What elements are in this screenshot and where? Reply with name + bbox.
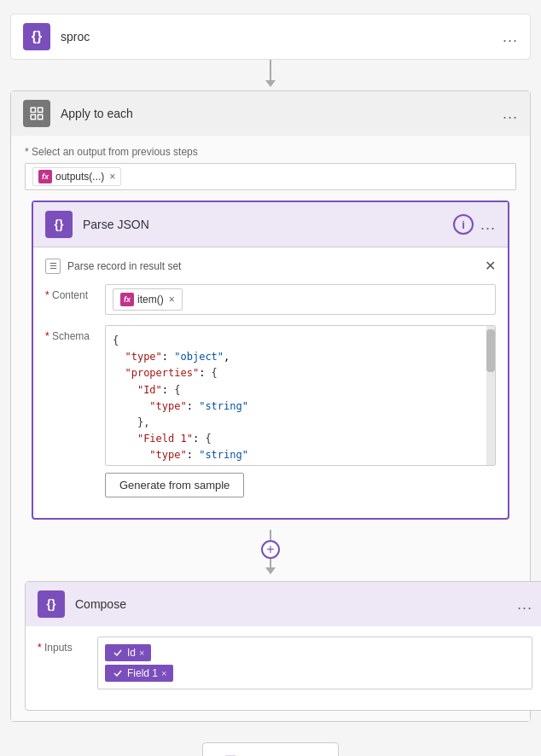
compose-title: Compose	[75, 597, 517, 611]
apply-icon	[23, 100, 50, 127]
sproc-menu[interactable]: ...	[503, 28, 518, 46]
add-action-section: Add an action	[202, 742, 339, 756]
generate-from-sample-button[interactable]: Generate from sample	[105, 473, 244, 497]
output-tag-input[interactable]: fx outputs(...) ×	[25, 163, 516, 190]
parse-json-card: {} Parse JSON i ... ☰ Parse record in re…	[32, 201, 509, 520]
compose-icon: {}	[38, 590, 65, 618]
apply-body: * Select an output from previous steps f…	[11, 136, 530, 721]
svg-rect-3	[38, 115, 43, 119]
fx-content-icon: fx	[120, 293, 134, 306]
schema-row: * Schema { "type": "object", "properties…	[45, 325, 496, 497]
id-tag-icon	[112, 647, 124, 659]
parse-json-body: ☰ Parse record in result set ✕ * Content	[33, 247, 508, 518]
parse-description: ☰ Parse record in result set ✕	[45, 258, 496, 274]
schema-label: * Schema	[45, 325, 105, 342]
parse-json-header: {} Parse JSON i ...	[33, 202, 508, 247]
schema-scroll-container: { "type": "object", "properties": { "Id"…	[105, 325, 496, 466]
compose-body: * Inputs Id ×	[26, 626, 541, 710]
sproc-card: {} sproc ...	[10, 14, 531, 60]
schema-field: { "type": "object", "properties": { "Id"…	[105, 325, 496, 497]
inputs-row: * Inputs Id ×	[38, 637, 532, 689]
schema-scrollbar-track	[486, 326, 495, 465]
inputs-field-container: Id × Field 1	[97, 637, 532, 689]
apply-title: Apply to each	[61, 107, 503, 120]
parse-json-menu[interactable]: ...	[480, 216, 496, 234]
schema-inner[interactable]: { "type": "object", "properties": { "Id"…	[106, 326, 486, 465]
add-between-btn[interactable]: +	[261, 540, 280, 559]
parse-json-title: Parse JSON	[83, 218, 453, 231]
svg-rect-1	[38, 108, 43, 112]
svg-rect-0	[31, 108, 35, 112]
apply-menu[interactable]: ...	[503, 105, 518, 123]
content-label: * Content	[45, 284, 105, 301]
add-action-button[interactable]: Add an action	[202, 742, 339, 756]
plus-arrow-connector: +	[25, 530, 516, 574]
apply-to-each-header: Apply to each ...	[11, 91, 530, 136]
add-action-icon	[220, 752, 241, 756]
tag-close-btn[interactable]: ×	[109, 171, 115, 183]
compose-menu[interactable]: ...	[517, 596, 532, 614]
content-tag-close[interactable]: ×	[169, 294, 175, 305]
flow-container: {} sproc ... Apply to each ... * Select …	[0, 0, 541, 756]
connector-line-bottom	[270, 559, 271, 567]
inputs-label: * Inputs	[38, 637, 97, 654]
content-field[interactable]: fx item() ×	[105, 284, 496, 315]
arrow-sproc-to-apply	[265, 60, 276, 90]
parse-json-icon: {}	[45, 211, 73, 238]
outputs-tag: fx outputs(...) ×	[32, 167, 121, 186]
close-description-btn[interactable]: ✕	[485, 258, 496, 274]
arrow-head	[265, 567, 276, 574]
id-tag: Id ×	[105, 644, 151, 661]
field1-tag-close[interactable]: ×	[161, 668, 166, 678]
field1-tag-icon	[112, 667, 124, 679]
content-tag-input[interactable]: fx item() ×	[105, 284, 496, 315]
compose-header: {} Compose ...	[26, 582, 541, 626]
compose-card: {} Compose ... * Inputs	[25, 581, 541, 711]
schema-scrollbar-thumb[interactable]	[486, 329, 495, 372]
content-row: * Content fx item() ×	[45, 284, 496, 315]
select-output-label: * Select an output from previous steps	[25, 146, 516, 158]
sproc-icon: {}	[23, 23, 50, 50]
apply-to-each-container: Apply to each ... * Select an output fro…	[10, 90, 531, 722]
svg-rect-2	[31, 115, 35, 119]
info-icon[interactable]: i	[453, 214, 474, 235]
fx-icon: fx	[38, 170, 52, 183]
sproc-title: sproc	[61, 30, 503, 44]
desc-icon: ☰	[45, 259, 61, 274]
item-tag: fx item() ×	[113, 288, 183, 311]
inputs-field[interactable]: Id × Field 1	[97, 637, 532, 689]
id-tag-close[interactable]: ×	[139, 648, 144, 658]
field1-tag: Field 1 ×	[105, 665, 173, 682]
connector-line-top	[270, 530, 271, 540]
